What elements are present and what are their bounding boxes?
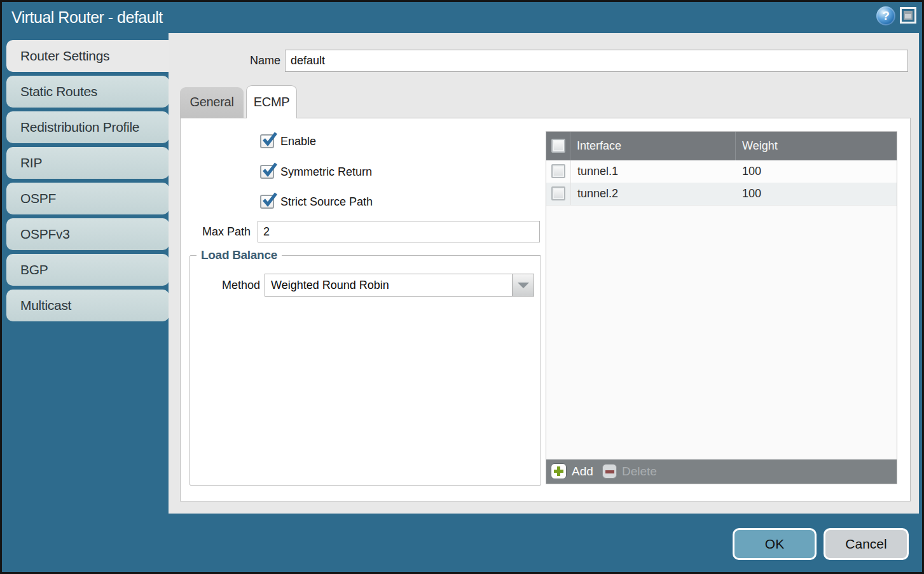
sidebar-item-ospfv3[interactable]: OSPFv3: [6, 218, 169, 250]
add-button-label: Add: [572, 463, 593, 480]
cell-interface: tunnel.1: [570, 160, 736, 183]
cell-weight: 100: [736, 183, 897, 205]
interface-weight-table: Interface Weight tunnel.1 100 tunnel.2 1…: [546, 131, 897, 484]
delete-button-label: Delete: [622, 464, 657, 479]
dialog-title: Virtual Router - default: [11, 2, 163, 33]
method-select[interactable]: Weighted Round Robin: [265, 274, 534, 297]
title-bar: Virtual Router - default ?: [2, 2, 922, 33]
table-empty-area: [546, 205, 897, 461]
sidebar-item-static-routes[interactable]: Static Routes: [6, 76, 169, 108]
table-row[interactable]: tunnel.2 100: [546, 183, 897, 205]
virtual-router-dialog: Virtual Router - default ? Router Settin…: [0, 0, 924, 574]
sidebar-item-multicast[interactable]: Multicast: [6, 290, 169, 321]
enable-label: Enable: [280, 135, 316, 148]
help-icon[interactable]: ?: [876, 6, 895, 25]
chevron-down-icon[interactable]: [512, 274, 534, 296]
name-input[interactable]: [285, 50, 908, 72]
enable-checkbox[interactable]: [260, 134, 274, 148]
cell-weight: 100: [736, 160, 897, 183]
table-footer: Add Delete: [546, 459, 897, 484]
ecmp-tab-panel: Enable Symmetric Return Strict Source Pa…: [180, 118, 911, 501]
strict-source-path-label: Strict Source Path: [280, 195, 373, 209]
cell-interface: tunnel.2: [570, 183, 736, 205]
row-checkbox[interactable]: [551, 186, 565, 200]
symmetric-return-checkbox[interactable]: [260, 165, 274, 179]
method-selected-value: Weighted Round Robin: [271, 274, 389, 296]
load-balance-legend: Load Balance: [197, 248, 282, 262]
load-balance-group: Load Balance Method Weighted Round Robin: [190, 255, 541, 486]
max-path-label: Max Path: [181, 221, 251, 242]
ok-button[interactable]: OK: [733, 528, 817, 560]
plus-icon: [551, 463, 567, 479]
tab-general[interactable]: General: [180, 87, 244, 118]
column-header-interface: Interface: [570, 132, 736, 160]
sidebar-item-ospf[interactable]: OSPF: [6, 183, 169, 214]
select-all-checkbox[interactable]: [551, 139, 565, 153]
sidebar-item-bgp[interactable]: BGP: [6, 254, 169, 286]
dock-window-icon-inner2: [905, 14, 911, 18]
name-label: Name: [169, 50, 280, 72]
tab-ecmp[interactable]: ECMP: [246, 85, 297, 118]
sidebar-item-redistribution-profile[interactable]: Redistribution Profile: [6, 111, 169, 143]
method-label: Method: [190, 274, 260, 297]
row-checkbox[interactable]: [551, 164, 565, 178]
cancel-button[interactable]: Cancel: [824, 528, 909, 560]
header-checkbox-cell: [546, 132, 570, 160]
check-icon: [262, 162, 279, 179]
check-icon: [262, 192, 279, 209]
max-path-input[interactable]: [258, 221, 540, 242]
strict-source-path-checkbox[interactable]: [260, 195, 274, 209]
content-area: Name General ECMP Enable Sym: [169, 33, 919, 514]
column-header-weight: Weight: [736, 132, 897, 160]
dock-window-icon[interactable]: [900, 7, 916, 24]
sidebar: Router Settings Static Routes Redistribu…: [6, 40, 178, 325]
table-row[interactable]: tunnel.1 100: [546, 160, 897, 183]
sidebar-item-router-settings[interactable]: Router Settings: [6, 40, 177, 72]
sidebar-item-rip[interactable]: RIP: [6, 147, 169, 179]
table-header: Interface Weight: [546, 132, 897, 160]
symmetric-return-label: Symmetric Return: [280, 165, 372, 179]
check-icon: [262, 132, 279, 148]
minus-icon: [602, 464, 617, 479]
